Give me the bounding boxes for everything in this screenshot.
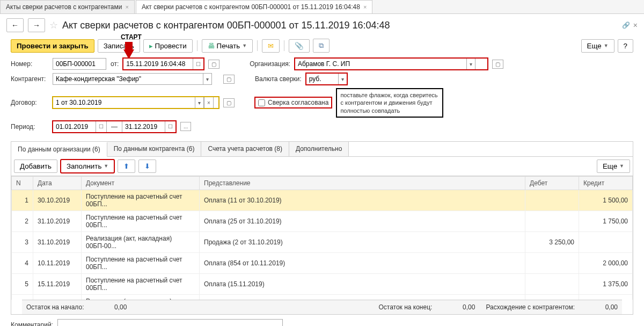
number-field[interactable] bbox=[53, 58, 106, 70]
separator bbox=[284, 40, 284, 51]
more-button[interactable]: Еще ▼ bbox=[597, 160, 630, 173]
start-balance-val: 0,00 bbox=[94, 303, 127, 311]
col-date[interactable]: Дата bbox=[33, 176, 82, 190]
col-repr[interactable]: Представление bbox=[200, 176, 525, 190]
main-toolbar: Провести и закрыть Записать ▸ Провести 🖶… bbox=[0, 37, 644, 55]
open-button[interactable]: ▢ bbox=[223, 75, 235, 84]
table-row[interactable]: 410.11.2019Поступление на расчетный счет… bbox=[12, 252, 633, 273]
totals-row: Остаток на начало: 0,00 Остаток на конец… bbox=[22, 300, 622, 314]
cell-debit: 3 250,00 bbox=[525, 231, 579, 252]
chevron-down-icon: ▼ bbox=[619, 163, 624, 169]
fill-button[interactable]: Заполнить ▼ bbox=[61, 160, 114, 173]
currency-field[interactable] bbox=[306, 73, 338, 85]
tab-additional[interactable]: Дополнительно bbox=[289, 142, 349, 156]
col-credit[interactable]: Кредит bbox=[579, 176, 633, 190]
table-toolbar: Добавить Заполнить ▼ ⬆ ⬇ Еще ▼ bbox=[11, 156, 633, 176]
table-row[interactable]: 615.11.2019Реализация (акт, накладная) 0… bbox=[12, 294, 633, 300]
open-button[interactable]: ▢ bbox=[208, 60, 219, 69]
open-button[interactable]: ▢ bbox=[492, 60, 503, 69]
calendar-icon[interactable]: ☐ bbox=[165, 121, 176, 133]
cell-n: 1 bbox=[12, 190, 33, 211]
form-area: Номер: от: ☐ ▢ Организация: ▾ ▢ Контраге… bbox=[0, 55, 644, 139]
data-table: N Дата Документ Представление Дебет Кред… bbox=[11, 176, 633, 300]
period-select-button[interactable]: ... bbox=[180, 122, 191, 131]
cell-debit bbox=[525, 211, 579, 231]
calendar-icon[interactable]: ☐ bbox=[96, 121, 107, 133]
diff-label: Расхождение с контрагентом: bbox=[486, 303, 575, 311]
chevron-down-icon: ▼ bbox=[242, 43, 247, 48]
chevron-down-icon[interactable]: ▾ bbox=[466, 58, 475, 70]
tab-label: Акт сверки расчетов с контрагентом 00БП-… bbox=[142, 3, 360, 11]
cell-doc: Поступление на расчетный счет 00БП... bbox=[82, 211, 200, 231]
col-doc[interactable]: Документ bbox=[82, 176, 200, 190]
post-and-close-button[interactable]: Провести и закрыть bbox=[11, 39, 94, 53]
tab-list[interactable]: Акты сверки расчетов с контрагентами × bbox=[0, 0, 135, 13]
calendar-icon[interactable]: ☐ bbox=[193, 58, 204, 70]
dash: — bbox=[107, 121, 122, 133]
chevron-down-icon[interactable]: ▾ bbox=[195, 97, 204, 108]
annotation-note: поставьте флажок, когда сверитесь с конт… bbox=[336, 88, 443, 118]
cell-debit bbox=[525, 190, 579, 211]
org-field[interactable] bbox=[295, 58, 466, 70]
move-up-button[interactable]: ⬆ bbox=[118, 160, 135, 173]
annotation-start: СТАРТ bbox=[121, 33, 142, 41]
envelope-icon: ✉ bbox=[268, 42, 274, 50]
table-row[interactable]: 331.10.2019Реализация (акт, накладная) 0… bbox=[12, 231, 633, 252]
tab-by-counterparty[interactable]: По данным контрагента (6) bbox=[107, 142, 202, 156]
tab-by-org[interactable]: По данным организации (6) bbox=[11, 142, 107, 157]
cell-date: 10.11.2019 bbox=[33, 252, 82, 273]
attach-button[interactable]: 📎 bbox=[289, 39, 310, 53]
clear-icon[interactable]: × bbox=[204, 97, 214, 108]
link-icon[interactable]: 🔗 bbox=[622, 21, 630, 29]
table-wrap: N Дата Документ Представление Дебет Кред… bbox=[11, 176, 633, 315]
currency-group: ▾ bbox=[306, 73, 347, 85]
email-button[interactable]: ✉ bbox=[262, 39, 280, 53]
col-debit[interactable]: Дебет bbox=[525, 176, 579, 190]
col-n[interactable]: N bbox=[12, 176, 33, 190]
cell-repr: Продажа (3 от 15.11.2019) bbox=[200, 294, 525, 300]
table-row[interactable]: 130.10.2019Поступление на расчетный счет… bbox=[12, 190, 633, 211]
cell-credit: 1 375,00 bbox=[579, 273, 633, 294]
close-icon[interactable]: × bbox=[363, 4, 367, 10]
cell-date: 15.11.2019 bbox=[33, 273, 82, 294]
favorite-icon[interactable]: ☆ bbox=[49, 19, 58, 31]
structure-button[interactable]: ⧉ bbox=[313, 39, 330, 53]
comment-field[interactable] bbox=[57, 319, 283, 326]
chevron-down-icon[interactable]: ▾ bbox=[203, 73, 212, 85]
cell-debit: 3 375,00 bbox=[525, 294, 579, 300]
period-to-field[interactable] bbox=[122, 121, 165, 133]
add-button[interactable]: Добавить bbox=[14, 160, 57, 173]
close-icon[interactable]: × bbox=[633, 21, 638, 30]
chevron-down-icon[interactable]: ▾ bbox=[338, 73, 347, 85]
more-button[interactable]: Еще ▼ bbox=[581, 39, 614, 53]
agreed-checkbox-group[interactable]: Сверка согласована bbox=[255, 97, 332, 108]
post-button[interactable]: ▸ Провести bbox=[143, 39, 193, 53]
table-row[interactable]: 231.10.2019Поступление на расчетный счет… bbox=[12, 211, 633, 231]
arrow-up-icon: ⬆ bbox=[123, 162, 129, 170]
tab-document[interactable]: Акт сверки расчетов с контрагентом 00БП-… bbox=[136, 0, 372, 13]
cell-date: 31.10.2019 bbox=[33, 231, 82, 252]
agreed-checkbox[interactable] bbox=[258, 99, 265, 106]
print-icon: 🖶 bbox=[208, 42, 215, 50]
cell-credit: 1 500,00 bbox=[579, 190, 633, 211]
close-icon[interactable]: × bbox=[125, 4, 128, 10]
contract-field[interactable] bbox=[53, 97, 195, 108]
doc-tabs: По данным организации (6) По данным конт… bbox=[11, 141, 633, 156]
print-button[interactable]: 🖶 Печать ▼ bbox=[202, 39, 253, 53]
open-button[interactable]: ▢ bbox=[223, 98, 235, 107]
back-button[interactable]: ← bbox=[6, 18, 24, 32]
table-row[interactable]: 515.11.2019Поступление на расчетный счет… bbox=[12, 273, 633, 294]
tab-accounts[interactable]: Счета учета расчетов (8) bbox=[201, 142, 289, 156]
move-down-button[interactable]: ⬇ bbox=[138, 160, 156, 173]
counterparty-field[interactable] bbox=[53, 73, 203, 85]
forward-button[interactable]: → bbox=[28, 18, 45, 32]
date-field[interactable] bbox=[123, 58, 193, 70]
tab-label: Акты сверки расчетов с контрагентами bbox=[6, 3, 122, 11]
number-label: Номер: bbox=[11, 60, 48, 68]
arrow-down-icon: ⬇ bbox=[144, 162, 150, 170]
cell-doc: Поступление на расчетный счет 00БП... bbox=[82, 273, 200, 294]
header-bar: ← → ☆ Акт сверки расчетов с контрагентом… bbox=[0, 14, 644, 37]
period-from-field[interactable] bbox=[53, 121, 96, 133]
help-button[interactable]: ? bbox=[618, 39, 633, 53]
end-balance-val: 0,00 bbox=[443, 303, 475, 311]
